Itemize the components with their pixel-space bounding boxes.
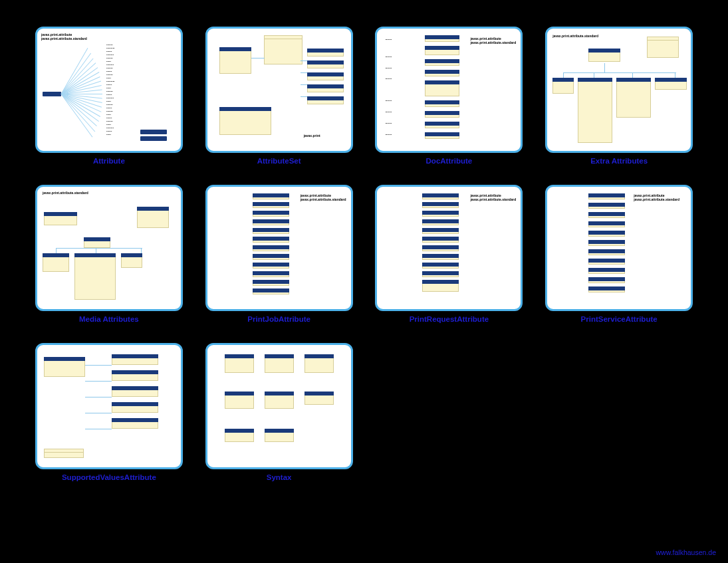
thumbnail-caption[interactable]: PrintServiceAttribute — [581, 315, 658, 323]
thumbnail-cell: javax.print.attribute.standard Extra Att… — [543, 27, 695, 165]
thumbnail-caption[interactable]: SupportedValuesAttribute — [62, 473, 156, 481]
thumbnail-cell: javax.print.attribute javax.print.attrib… — [203, 185, 355, 323]
thumbnail-caption[interactable]: PrintRequestAttribute — [410, 315, 489, 323]
class-box — [655, 78, 687, 90]
class-box — [121, 253, 142, 268]
class-list — [112, 354, 158, 429]
class-box — [225, 392, 254, 409]
thumbnail-caption[interactable]: AttributeSet — [257, 157, 301, 165]
class-box — [84, 237, 110, 248]
footer-link[interactable]: www.falkhausen.de — [656, 548, 716, 556]
class-list — [422, 193, 459, 292]
thumbnail-caption[interactable]: Media Attributes — [79, 315, 139, 323]
class-box — [304, 354, 334, 373]
class-list — [253, 193, 289, 294]
class-box — [74, 253, 116, 300]
thumbnail-attribute[interactable]: javax.print.attribute javax.print.attrib… — [35, 27, 183, 153]
package-label: javax.print — [304, 134, 320, 138]
class-box — [304, 392, 334, 405]
package-label: javax.print.attribute.standard — [41, 37, 87, 41]
class-box — [225, 354, 254, 373]
child-node — [140, 130, 167, 134]
class-box — [588, 49, 620, 62]
class-box — [137, 207, 169, 228]
class-box — [44, 212, 77, 225]
thumbnail-syntax[interactable] — [205, 343, 353, 469]
class-box — [44, 357, 85, 377]
child-node — [140, 136, 167, 141]
class-box — [647, 37, 679, 58]
class-box — [265, 429, 294, 442]
thumbnail-caption[interactable]: PrintJobAttribute — [247, 315, 310, 323]
thumbnail-attributeset[interactable]: javax.print — [205, 27, 353, 153]
thumbnail-extra-attributes[interactable]: javax.print.attribute.standard — [545, 27, 693, 153]
thumbnail-cell: SupportedValuesAttribute — [33, 343, 185, 481]
class-box — [616, 78, 651, 118]
thumbnail-caption[interactable]: Attribute — [93, 157, 125, 165]
thumbnail-caption[interactable]: Extra Attributes — [590, 157, 648, 165]
thumbnail-printjobattribute[interactable]: javax.print.attribute javax.print.attrib… — [205, 185, 353, 311]
thumbnail-cell: javax.print.attribute javax.print.attrib… — [374, 185, 525, 323]
class-box — [265, 354, 294, 373]
thumbnail-cell: javax.print.attribute.standard Media Att… — [33, 185, 185, 323]
class-box — [552, 78, 574, 94]
thumbnail-caption[interactable]: Syntax — [267, 473, 292, 481]
package-label: javax.print.attribute.standard — [470, 197, 516, 201]
class-box — [578, 78, 612, 143]
thumbnail-cell: Syntax — [203, 343, 355, 481]
thumbnail-cell: javax.print.attribute javax.print.attrib… — [374, 27, 525, 165]
class-list — [307, 49, 344, 104]
class-box — [265, 392, 294, 409]
package-label: javax.print.attribute.standard — [301, 197, 346, 201]
class-box — [43, 253, 69, 272]
thumbnail-cell: javax.print AttributeSet — [203, 27, 355, 165]
package-label: javax.print.attribute.standard — [634, 197, 679, 201]
thumbnail-media-attributes[interactable]: javax.print.attribute.standard — [35, 185, 183, 311]
thumbnail-docattribute[interactable]: javax.print.attribute javax.print.attrib… — [375, 27, 523, 153]
thumbnail-cell: javax.print.attribute javax.print.attrib… — [33, 27, 185, 165]
package-label: javax.print.attribute.standard — [43, 191, 88, 195]
package-label: javax.print.attribute.standard — [552, 34, 598, 38]
class-list — [425, 35, 459, 139]
thumbnail-cell: javax.print.attribute javax.print.attrib… — [543, 185, 695, 323]
root-node — [43, 92, 61, 96]
thumbnail-supportedvaluesattribute[interactable] — [35, 343, 183, 469]
class-box — [219, 47, 251, 74]
class-box — [225, 429, 254, 442]
class-box — [264, 35, 303, 64]
package-label: javax.print.attribute.standard — [470, 41, 516, 45]
thumbnail-caption[interactable]: DocAttribute — [426, 157, 473, 165]
class-list — [588, 193, 625, 292]
class-box — [44, 449, 84, 458]
class-box — [219, 107, 271, 135]
thumbnail-printserviceattribute[interactable]: javax.print.attribute javax.print.attrib… — [545, 185, 693, 311]
thumbnail-grid: javax.print.attribute javax.print.attrib… — [33, 27, 695, 481]
thumbnail-printrequestattribute[interactable]: javax.print.attribute javax.print.attrib… — [375, 185, 523, 311]
